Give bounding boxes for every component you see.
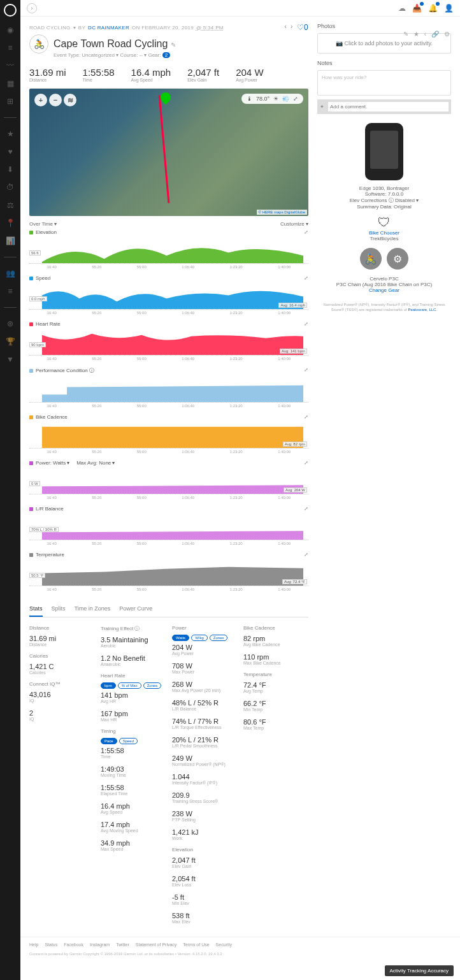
chart-expand-icon[interactable]: ⤢ — [304, 321, 308, 327]
map-zoom-out[interactable]: − — [49, 94, 62, 106]
pill-Zones[interactable]: Zones — [210, 635, 228, 641]
chart-l/r: L/R Balance ⤢ 70% L / 30% R 16:4055:2055… — [29, 506, 308, 545]
stat-item: 2,047 ftElev Gain — [172, 856, 237, 868]
nav-icon[interactable]: ★ — [6, 129, 15, 138]
pill-% of Max[interactable]: % of Max — [118, 682, 141, 689]
summary-stat: 204 WAvg Power — [236, 67, 263, 82]
category-link[interactable]: ROAD CYCLING — [29, 25, 71, 31]
stat-item: 268 WMax Avg Power (20 min) — [172, 681, 237, 693]
tracking-accuracy-button[interactable]: Activity Tracking Accuracy — [385, 965, 454, 976]
footer-link[interactable]: Facebook — [64, 942, 83, 947]
page-footer: HelpStatusFacebookInstagramTwitterStatem… — [20, 937, 460, 952]
inbox-icon[interactable]: 📥 — [412, 4, 422, 13]
chart-expand-icon[interactable]: ⤢ — [304, 506, 308, 512]
map-zoom-in[interactable]: + — [34, 94, 47, 106]
chart-customize-dropdown[interactable]: Customize ▾ — [280, 221, 308, 227]
chart-expand-icon[interactable]: ⤢ — [304, 552, 308, 558]
footer-link[interactable]: Terms of Use — [183, 942, 209, 947]
footer-link[interactable]: Status — [45, 942, 57, 947]
elev-corrections-toggle[interactable]: Elev Corrections ⓘ Disabled ▾ — [317, 197, 451, 204]
nav-icon[interactable]: 🏆 — [6, 337, 15, 346]
gear-badge[interactable]: 2 — [162, 52, 170, 58]
footer-link[interactable]: Help — [29, 942, 38, 947]
nav-icon[interactable]: ◉ — [6, 25, 15, 34]
peaksware-link[interactable]: Peaksware, LLC. — [408, 308, 437, 312]
avatar-icon[interactable]: 👤 — [444, 4, 454, 13]
bike-gear-icon[interactable]: 🚴 — [360, 248, 382, 270]
footer-link[interactable]: Security — [216, 942, 232, 947]
nav-icon[interactable]: ⏱ — [6, 183, 15, 192]
nav-icon[interactable]: 📊 — [6, 236, 15, 245]
nav-icon[interactable]: ▦ — [6, 79, 15, 88]
stat-item: 1:49:03Moving Time — [101, 765, 166, 777]
map-layers[interactable]: ≋ — [64, 94, 76, 106]
refresh-icon[interactable] — [4, 4, 17, 17]
next-activity[interactable]: › — [291, 23, 293, 32]
pill-Pace[interactable]: Pace — [101, 738, 117, 744]
pill-bpm[interactable]: bpm — [101, 682, 116, 689]
stat-item: 708 WMax Power — [172, 662, 237, 674]
notes-textarea[interactable]: How was your ride? — [317, 70, 451, 96]
comment-avatar-icon: ✦ — [320, 104, 324, 110]
nav-icon[interactable]: ⬇ — [6, 165, 15, 174]
chart-expand-icon[interactable]: ⤢ — [304, 414, 308, 420]
footer-link[interactable]: Instagram — [90, 942, 110, 947]
cloud-sync-icon[interactable]: ☁ — [398, 4, 406, 13]
chart-expand-icon[interactable]: ⤢ — [304, 367, 308, 373]
collapse-button[interactable]: › — [27, 3, 37, 13]
settings-icon[interactable]: ⚙ — [444, 31, 450, 38]
chart-expand-icon[interactable]: ⤢ — [304, 460, 308, 466]
nav-icon[interactable]: ⚖ — [6, 201, 15, 210]
nav-icon[interactable]: ≡ — [6, 43, 15, 52]
map-weather-widget[interactable]: 🌡 78.0° ☀ 💨 ⤢ — [241, 94, 303, 104]
chart-bike: Bike Cadence ⤢ Avg: 82 rpm 16:4055:2055:… — [29, 414, 308, 454]
share-icon[interactable]: ‹ — [424, 31, 426, 38]
breadcrumb: ROAD CYCLING ▾ BY DC RAINMAKER ON FEBRUA… — [29, 23, 308, 32]
author-link[interactable]: DC RAINMAKER — [88, 25, 129, 31]
nav-icon[interactable]: 👥 — [6, 269, 15, 278]
nav-icon[interactable]: ♥ — [6, 147, 15, 156]
pill-Watts[interactable]: Watts — [172, 635, 189, 641]
link-icon[interactable]: 🔗 — [431, 31, 439, 38]
edit-title-icon[interactable]: ✎ — [171, 41, 176, 48]
stat-item: 31.69 miDistance — [29, 635, 94, 647]
nav-icon[interactable]: 〰 — [6, 61, 15, 70]
pill-Speed[interactable]: Speed — [119, 738, 138, 744]
pill-W/kg[interactable]: W/kg — [191, 635, 208, 641]
prev-activity[interactable]: ‹ — [284, 23, 287, 32]
nav-icon[interactable]: ⊛ — [6, 319, 15, 328]
activity-map[interactable]: + − ≋ 🌡 78.0° ☀ 💨 ⤢ © HERE maps DigitalG… — [29, 89, 308, 216]
comment-row: ✦ — [317, 99, 451, 114]
event-type-dropdown[interactable]: Event Type: Uncategorized ▾ — [54, 52, 119, 58]
pill-Zones[interactable]: Zones — [143, 682, 162, 689]
favorite-button[interactable]: ♡0 — [297, 23, 308, 32]
tab-splits[interactable]: Splits — [52, 602, 66, 617]
star-icon[interactable]: ★ — [413, 31, 419, 38]
footer-link[interactable]: Statement of Privacy — [136, 942, 177, 947]
summary-stat: 31.69 miDistance — [29, 67, 66, 82]
tab-stats[interactable]: Stats — [29, 602, 43, 617]
chart-speed: Speed ⤢ 0.0 mph Avg: 16.4 mph 16:4055:20… — [29, 275, 308, 315]
tab-time-in-zones[interactable]: Time in Zones — [75, 602, 111, 617]
activity-title: Cape Town Road Cycling ✎ — [54, 38, 176, 50]
gear-settings-icon[interactable]: ⚙ — [387, 248, 408, 270]
tab-power-curve[interactable]: Power Curve — [119, 602, 152, 617]
nav-icon[interactable]: ▼ — [6, 355, 15, 364]
chart-xaxis-dropdown[interactable]: Over Time ▾ — [29, 221, 57, 227]
footer-link[interactable]: Twitter — [116, 942, 129, 947]
timestamp[interactable]: @ 5:34 PM — [196, 25, 224, 31]
nav-icon[interactable]: ≡ — [6, 287, 15, 296]
map-attribution[interactable]: © HERE maps DigitalGlobe — [257, 210, 307, 215]
nav-icon[interactable]: ⊞ — [6, 97, 15, 106]
expand-icon[interactable]: ⤢ — [293, 96, 298, 102]
bike-chooser-link[interactable]: Bike Chooser — [369, 230, 399, 236]
chart-expand-icon[interactable]: ⤢ — [304, 229, 308, 235]
chart-expand-icon[interactable]: ⤢ — [304, 275, 308, 281]
comment-input[interactable] — [328, 102, 449, 112]
edit-icon[interactable]: ✎ — [403, 31, 408, 38]
notifications-icon[interactable]: 🔔 — [428, 4, 438, 13]
stat-item: 1:55:58Elapsed Time — [101, 784, 166, 796]
course-dropdown[interactable]: Course: -- ▾ — [120, 52, 147, 58]
nav-icon[interactable]: 📍 — [6, 219, 15, 227]
change-gear-link[interactable]: Change Gear — [369, 287, 399, 293]
